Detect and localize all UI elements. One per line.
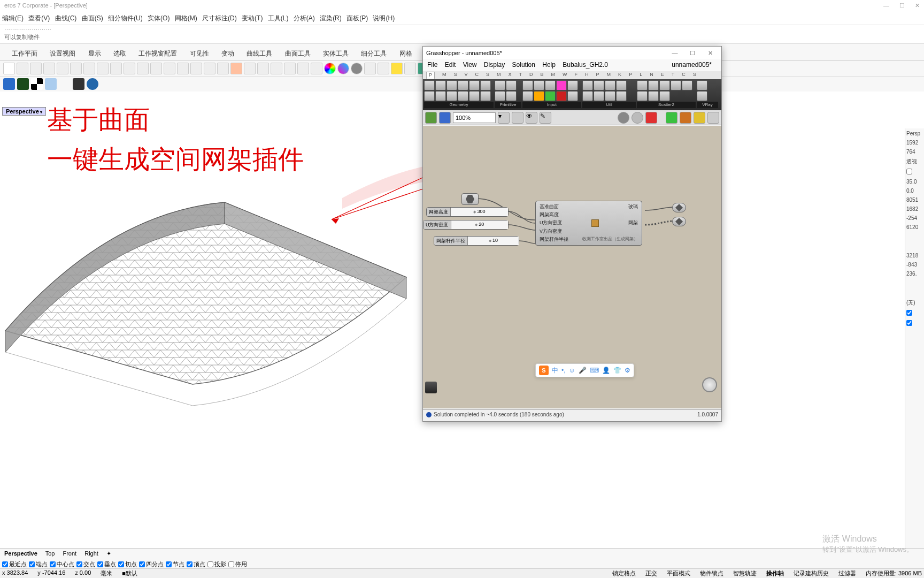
maximize-button[interactable]: ☐ [899, 2, 905, 9]
status-layer[interactable]: ■默认 [122, 569, 137, 577]
menu-solid[interactable]: 实体(O) [148, 14, 170, 22]
menu-dimension[interactable]: 尺寸标注(D) [202, 14, 237, 22]
gh-titlebar[interactable]: Grasshopper - unnamed005* — ☐ ✕ [423, 47, 721, 59]
props-icon[interactable] [378, 63, 389, 74]
status-planar[interactable]: 平面模式 [667, 569, 690, 577]
paste-icon[interactable] [83, 63, 95, 74]
gh-tab[interactable]: T [672, 72, 675, 79]
ribbon-icon[interactable] [469, 80, 480, 90]
side-check-2[interactable] [906, 310, 912, 316]
tab-display[interactable]: 显示 [83, 47, 106, 60]
slider-value[interactable]: 20 [451, 220, 509, 229]
ribbon-icon[interactable] [616, 91, 627, 101]
ribbon-icon[interactable] [545, 80, 556, 90]
osnap-end[interactable]: 端点 [29, 560, 48, 568]
gh-output-param-1[interactable] [672, 203, 686, 212]
rotate-icon[interactable] [137, 63, 149, 74]
ribbon-icon[interactable] [506, 91, 517, 101]
ime-user-icon[interactable]: 👤 [602, 367, 610, 374]
osnap-tan[interactable]: 切点 [118, 560, 137, 568]
gh-tab[interactable]: C [682, 72, 686, 79]
tab-surfacetools[interactable]: 曲面工具 [280, 47, 316, 60]
gh-tab[interactable]: P [426, 72, 435, 79]
comp-output[interactable]: 网架 [628, 219, 638, 227]
grasshopper-window[interactable]: Grasshopper - unnamed005* — ☐ ✕ File Edi… [422, 46, 722, 422]
tab-viewport[interactable]: 工作视窗配置 [133, 47, 182, 60]
gh-tab[interactable]: B [541, 72, 544, 79]
gh-menu-bubalus[interactable]: Bubalus_GH2.0 [563, 61, 608, 69]
ribbon-icon[interactable] [545, 91, 556, 101]
ribbon-icon[interactable] [567, 91, 578, 101]
gh-menu-file[interactable]: File [427, 61, 437, 69]
gear-icon[interactable] [404, 63, 416, 74]
ribbon-icon[interactable] [435, 91, 446, 101]
ribbon-icon[interactable] [446, 91, 457, 101]
ribbon-icon[interactable] [495, 80, 505, 90]
menu-render[interactable]: 渲染(R) [320, 14, 342, 22]
ime-skin-icon[interactable]: 👕 [613, 367, 621, 374]
gh-minimize[interactable]: — [667, 50, 683, 56]
menu-view[interactable]: 查看(V) [28, 14, 50, 22]
ribbon-icon[interactable] [458, 80, 468, 90]
cloud-icon[interactable] [45, 78, 57, 90]
ribbon-icon[interactable] [534, 91, 544, 101]
ime-toolbar[interactable]: S 中 •, ☺ 🎤 ⌨ 👤 👕 ⚙ [535, 363, 634, 377]
light-icon[interactable] [297, 63, 309, 74]
gh-tab[interactable]: M [551, 72, 556, 79]
gh-slider-height[interactable]: 网架高度 300 [426, 207, 509, 217]
gh-tab[interactable]: H [585, 72, 589, 79]
slider-value[interactable]: 300 [451, 208, 508, 216]
ribbon-icon[interactable] [567, 80, 578, 90]
ribbon-icon[interactable] [534, 80, 544, 90]
gh-tab[interactable]: M [607, 72, 611, 79]
comp-input[interactable]: U方向密度 [540, 219, 563, 227]
ime-punct-icon[interactable]: •, [561, 367, 566, 374]
plugin-icon-1[interactable] [3, 78, 15, 90]
side-check-1[interactable] [906, 169, 912, 174]
pan-icon[interactable] [124, 63, 135, 74]
gh-tab[interactable]: S [486, 72, 489, 79]
tab-cplane[interactable]: 工作平面 [6, 47, 43, 60]
osnap-near[interactable]: 最近点 [2, 560, 27, 568]
ime-keyboard-icon[interactable]: ⌨ [590, 367, 599, 374]
menu-transform[interactable]: 变动(T) [242, 14, 263, 22]
gh-param-curve[interactable] [461, 193, 479, 205]
ribbon-icon[interactable] [522, 80, 533, 90]
comp-output[interactable]: 玻璃 [628, 203, 638, 210]
close-button[interactable]: ✕ [915, 2, 920, 9]
gh-menu-edit[interactable]: Edit [445, 61, 456, 69]
tab-subdtools[interactable]: 细分工具 [356, 47, 392, 60]
ribbon-icon[interactable] [522, 91, 533, 101]
gh-tab[interactable]: K [618, 72, 621, 79]
plugin-icon-2[interactable] [17, 78, 29, 90]
gh-component-spaceframe[interactable]: 基准曲面玻璃 网架高度 U方向密度网架 V方向密度 网架杆件半径牧渊工作室出品（… [535, 201, 642, 246]
ribbon-icon[interactable] [446, 80, 457, 90]
gh-shade-icon[interactable] [645, 112, 657, 124]
ribbon-icon[interactable] [697, 80, 707, 90]
osnap-perp[interactable]: 垂点 [97, 560, 116, 568]
gh-canvas[interactable]: 网架高度 300 U方向密度 20 网架杆件半径 10 基准曲面玻璃 网架高度 … [423, 126, 721, 408]
menu-analyze[interactable]: 分析(A) [294, 14, 315, 22]
rhino-menubar[interactable]: 编辑(E) 查看(V) 曲线(C) 曲面(S) 细分物件(U) 实体(O) 网格… [0, 13, 924, 25]
ribbon-icon[interactable] [424, 80, 435, 90]
gh-close[interactable]: ✕ [702, 50, 718, 57]
new-icon[interactable] [3, 63, 15, 74]
menu-panels[interactable]: 面板(P) [346, 14, 368, 22]
gh-tab[interactable]: T [519, 72, 522, 79]
ribbon-icon[interactable] [480, 80, 491, 90]
tab-meshtools[interactable]: 网格 [394, 47, 418, 60]
gh-tab[interactable]: F [575, 72, 578, 79]
4view-icon[interactable] [217, 63, 229, 74]
material-icon[interactable] [337, 63, 349, 74]
ribbon-icon[interactable] [671, 80, 681, 90]
gh-output-param-2[interactable] [672, 217, 686, 226]
ribbon-icon[interactable] [480, 91, 491, 101]
ribbon-icon[interactable] [648, 80, 659, 90]
minimize-button[interactable]: — [883, 2, 889, 9]
gh-tab[interactable]: L [640, 72, 642, 79]
ribbon-icon[interactable] [616, 80, 627, 90]
gh-tab[interactable]: X [509, 72, 512, 79]
gh-tab[interactable]: C [475, 72, 479, 79]
ribbon-icon[interactable] [682, 80, 692, 90]
star-icon[interactable] [391, 63, 403, 74]
